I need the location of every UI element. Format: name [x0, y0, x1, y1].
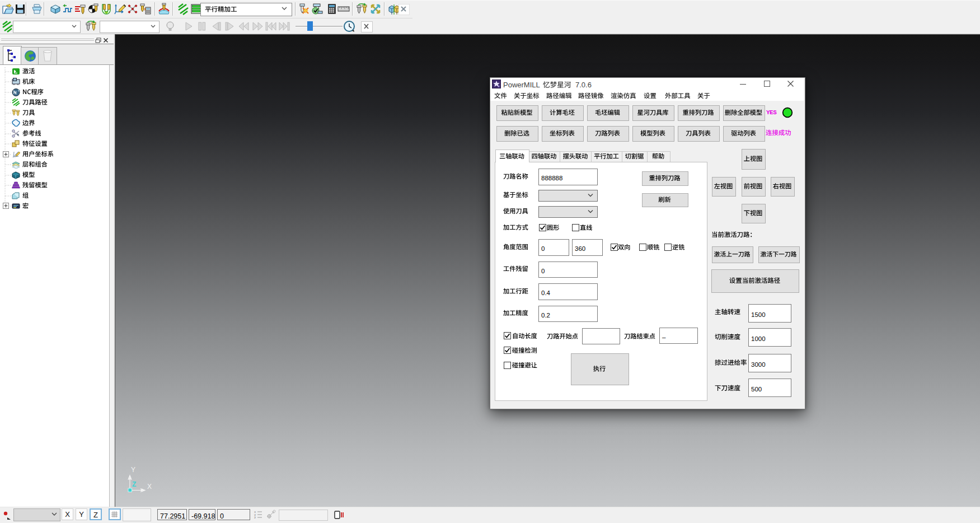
- svg-text:z: z: [254, 516, 256, 519]
- svg-text:Y: Y: [131, 466, 135, 474]
- svg-text:Z: Z: [132, 480, 136, 488]
- svg-text:X: X: [147, 483, 152, 491]
